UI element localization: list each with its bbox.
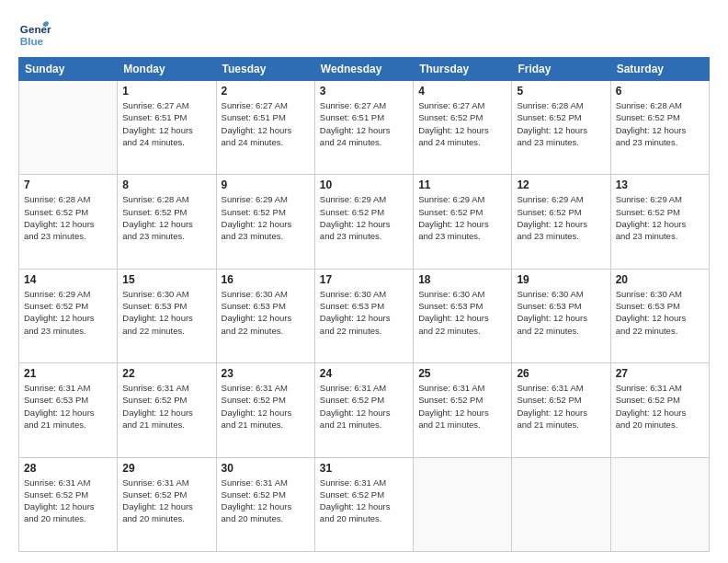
day-info: Sunrise: 6:28 AM Sunset: 6:52 PM Dayligh… (616, 99, 704, 148)
day-number: 11 (418, 178, 506, 191)
calendar-cell: 24Sunrise: 6:31 AM Sunset: 6:52 PM Dayli… (314, 363, 413, 457)
calendar-body: 1Sunrise: 6:27 AM Sunset: 6:51 PM Daylig… (19, 81, 710, 552)
day-number: 27 (616, 367, 704, 380)
day-info: Sunrise: 6:28 AM Sunset: 6:52 PM Dayligh… (122, 193, 210, 242)
day-number: 22 (122, 367, 210, 380)
day-info: Sunrise: 6:27 AM Sunset: 6:51 PM Dayligh… (122, 99, 210, 148)
day-info: Sunrise: 6:30 AM Sunset: 6:53 PM Dayligh… (222, 288, 310, 337)
day-number: 18 (418, 273, 506, 286)
day-info: Sunrise: 6:31 AM Sunset: 6:52 PM Dayligh… (616, 382, 704, 431)
day-number: 21 (24, 367, 112, 380)
day-number: 29 (122, 462, 210, 475)
day-number: 17 (320, 273, 408, 286)
calendar-cell (512, 457, 610, 551)
calendar-cell: 7Sunrise: 6:28 AM Sunset: 6:52 PM Daylig… (19, 175, 118, 269)
calendar-cell (414, 457, 512, 551)
calendar-cell: 22Sunrise: 6:31 AM Sunset: 6:52 PM Dayli… (118, 363, 216, 457)
day-number: 25 (418, 367, 506, 380)
calendar-cell: 31Sunrise: 6:31 AM Sunset: 6:52 PM Dayli… (314, 457, 413, 551)
calendar-cell: 3Sunrise: 6:27 AM Sunset: 6:51 PM Daylig… (314, 81, 413, 175)
calendar-cell: 15Sunrise: 6:30 AM Sunset: 6:53 PM Dayli… (118, 269, 216, 362)
calendar-cell: 11Sunrise: 6:29 AM Sunset: 6:52 PM Dayli… (414, 175, 512, 269)
day-info: Sunrise: 6:31 AM Sunset: 6:52 PM Dayligh… (320, 382, 408, 431)
day-info: Sunrise: 6:29 AM Sunset: 6:52 PM Dayligh… (418, 193, 506, 242)
day-number: 9 (222, 178, 310, 191)
calendar-cell: 4Sunrise: 6:27 AM Sunset: 6:52 PM Daylig… (414, 81, 512, 175)
day-info: Sunrise: 6:28 AM Sunset: 6:52 PM Dayligh… (517, 99, 605, 148)
calendar-cell: 25Sunrise: 6:31 AM Sunset: 6:52 PM Dayli… (414, 363, 512, 457)
day-info: Sunrise: 6:30 AM Sunset: 6:53 PM Dayligh… (418, 288, 506, 337)
day-info: Sunrise: 6:31 AM Sunset: 6:52 PM Dayligh… (517, 382, 605, 431)
day-number: 10 (320, 178, 408, 191)
calendar-cell: 19Sunrise: 6:30 AM Sunset: 6:53 PM Dayli… (512, 269, 610, 362)
calendar-week-row: 28Sunrise: 6:31 AM Sunset: 6:52 PM Dayli… (19, 457, 710, 551)
calendar-week-row: 21Sunrise: 6:31 AM Sunset: 6:53 PM Dayli… (19, 363, 710, 457)
weekday-header: Wednesday (314, 58, 413, 81)
calendar-week-row: 1Sunrise: 6:27 AM Sunset: 6:51 PM Daylig… (19, 81, 710, 175)
day-info: Sunrise: 6:28 AM Sunset: 6:52 PM Dayligh… (24, 193, 112, 242)
weekday-header: Saturday (610, 58, 709, 81)
weekday-header: Tuesday (216, 58, 314, 81)
day-number: 31 (320, 462, 408, 475)
calendar-cell: 1Sunrise: 6:27 AM Sunset: 6:51 PM Daylig… (118, 81, 216, 175)
weekday-header: Monday (118, 58, 216, 81)
weekday-header: Friday (512, 58, 610, 81)
calendar-week-row: 14Sunrise: 6:29 AM Sunset: 6:52 PM Dayli… (19, 269, 710, 362)
day-info: Sunrise: 6:31 AM Sunset: 6:53 PM Dayligh… (24, 382, 112, 431)
day-info: Sunrise: 6:27 AM Sunset: 6:51 PM Dayligh… (222, 99, 310, 148)
day-info: Sunrise: 6:29 AM Sunset: 6:52 PM Dayligh… (222, 193, 310, 242)
day-info: Sunrise: 6:31 AM Sunset: 6:52 PM Dayligh… (222, 382, 310, 431)
header: General Blue (18, 17, 710, 50)
weekday-header: Thursday (414, 58, 512, 81)
calendar-cell: 5Sunrise: 6:28 AM Sunset: 6:52 PM Daylig… (512, 81, 610, 175)
day-number: 19 (517, 273, 605, 286)
day-number: 1 (122, 85, 210, 98)
day-number: 26 (517, 367, 605, 380)
day-number: 28 (24, 462, 112, 475)
svg-text:Blue: Blue (20, 35, 44, 47)
day-info: Sunrise: 6:29 AM Sunset: 6:52 PM Dayligh… (517, 193, 605, 242)
calendar-cell: 28Sunrise: 6:31 AM Sunset: 6:52 PM Dayli… (19, 457, 118, 551)
logo-icon: General Blue (18, 17, 51, 50)
calendar-cell: 9Sunrise: 6:29 AM Sunset: 6:52 PM Daylig… (216, 175, 314, 269)
weekday-row: SundayMondayTuesdayWednesdayThursdayFrid… (19, 58, 710, 81)
calendar-cell: 12Sunrise: 6:29 AM Sunset: 6:52 PM Dayli… (512, 175, 610, 269)
calendar-week-row: 7Sunrise: 6:28 AM Sunset: 6:52 PM Daylig… (19, 175, 710, 269)
day-info: Sunrise: 6:29 AM Sunset: 6:52 PM Dayligh… (616, 193, 704, 242)
calendar-cell (610, 457, 709, 551)
day-info: Sunrise: 6:27 AM Sunset: 6:52 PM Dayligh… (418, 99, 506, 148)
day-info: Sunrise: 6:30 AM Sunset: 6:53 PM Dayligh… (320, 288, 408, 337)
day-number: 15 (122, 273, 210, 286)
weekday-header: Sunday (19, 58, 118, 81)
day-info: Sunrise: 6:31 AM Sunset: 6:52 PM Dayligh… (122, 477, 210, 525)
day-number: 23 (222, 367, 310, 380)
calendar-cell: 23Sunrise: 6:31 AM Sunset: 6:52 PM Dayli… (216, 363, 314, 457)
day-number: 2 (222, 85, 310, 98)
day-info: Sunrise: 6:31 AM Sunset: 6:52 PM Dayligh… (24, 477, 112, 525)
calendar-cell: 18Sunrise: 6:30 AM Sunset: 6:53 PM Dayli… (414, 269, 512, 362)
day-info: Sunrise: 6:29 AM Sunset: 6:52 PM Dayligh… (320, 193, 408, 242)
calendar-cell: 13Sunrise: 6:29 AM Sunset: 6:52 PM Dayli… (610, 175, 709, 269)
day-info: Sunrise: 6:30 AM Sunset: 6:53 PM Dayligh… (616, 288, 704, 337)
calendar-cell: 16Sunrise: 6:30 AM Sunset: 6:53 PM Dayli… (216, 269, 314, 362)
logo: General Blue (18, 17, 55, 50)
day-number: 16 (222, 273, 310, 286)
day-info: Sunrise: 6:31 AM Sunset: 6:52 PM Dayligh… (320, 477, 408, 525)
calendar-cell: 2Sunrise: 6:27 AM Sunset: 6:51 PM Daylig… (216, 81, 314, 175)
calendar-cell: 6Sunrise: 6:28 AM Sunset: 6:52 PM Daylig… (610, 81, 709, 175)
day-number: 12 (517, 178, 605, 191)
calendar-cell: 27Sunrise: 6:31 AM Sunset: 6:52 PM Dayli… (610, 363, 709, 457)
page: General Blue SundayMondayTuesdayWednesda… (0, 0, 728, 563)
day-info: Sunrise: 6:30 AM Sunset: 6:53 PM Dayligh… (122, 288, 210, 337)
day-info: Sunrise: 6:27 AM Sunset: 6:51 PM Dayligh… (320, 99, 408, 148)
calendar-cell: 26Sunrise: 6:31 AM Sunset: 6:52 PM Dayli… (512, 363, 610, 457)
calendar-cell: 20Sunrise: 6:30 AM Sunset: 6:53 PM Dayli… (610, 269, 709, 362)
day-number: 7 (24, 178, 112, 191)
day-info: Sunrise: 6:31 AM Sunset: 6:52 PM Dayligh… (418, 382, 506, 431)
calendar-cell: 10Sunrise: 6:29 AM Sunset: 6:52 PM Dayli… (314, 175, 413, 269)
day-number: 24 (320, 367, 408, 380)
day-info: Sunrise: 6:31 AM Sunset: 6:52 PM Dayligh… (222, 477, 310, 525)
calendar-cell: 21Sunrise: 6:31 AM Sunset: 6:53 PM Dayli… (19, 363, 118, 457)
calendar-cell: 29Sunrise: 6:31 AM Sunset: 6:52 PM Dayli… (118, 457, 216, 551)
day-number: 6 (616, 85, 704, 98)
